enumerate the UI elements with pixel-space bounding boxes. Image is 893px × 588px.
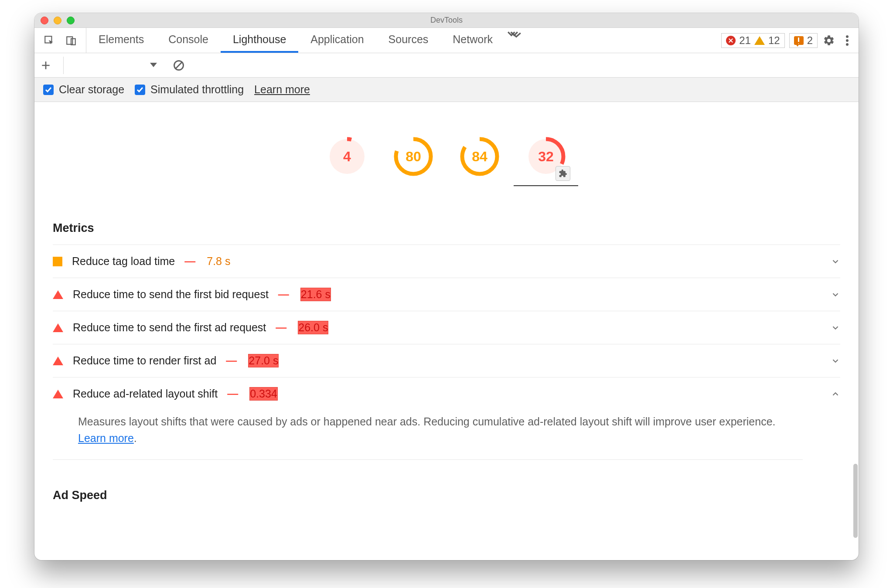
clear-storage-checkbox[interactable] (43, 85, 54, 95)
metrics-section: Metrics Reduce tag load time—7.8 sReduce… (34, 211, 859, 512)
active-gauge-underline (514, 185, 578, 186)
titlebar: DevTools (34, 13, 859, 28)
metric-name: Reduce tag load time (72, 255, 175, 268)
inspector-tools (34, 28, 86, 53)
window-minimize-button[interactable] (54, 17, 61, 24)
metric-value: 26.0 s (298, 321, 328, 334)
metric-dash: — (227, 387, 238, 400)
tabs-overflow-icon[interactable] (508, 28, 521, 42)
triangle-marker-icon (53, 290, 63, 299)
svg-line-9 (175, 61, 182, 68)
chevron-down-icon (831, 323, 840, 333)
inspect-element-icon[interactable] (42, 34, 56, 48)
metric-value: 21.6 s (300, 288, 331, 301)
throttling-learn-more-link[interactable]: Learn more (254, 83, 310, 96)
issues-badge[interactable]: 2 (789, 33, 818, 48)
metric-row[interactable]: Reduce time to render first ad—27.0 s (53, 344, 840, 377)
devtools-window: DevTools ElementsConsoleLighthouseApplic… (34, 13, 859, 560)
square-marker-icon (53, 257, 62, 266)
svg-point-4 (846, 39, 849, 42)
lighthouse-options-bar: Clear storage Simulated throttling Learn… (34, 78, 859, 102)
metric-row[interactable]: Reduce tag load time—7.8 s (53, 245, 840, 278)
score-gauge-2[interactable]: 84 (460, 136, 500, 177)
metric-name: Reduce time to send the first bid reques… (73, 288, 269, 301)
chevron-down-icon (831, 257, 840, 266)
score-gauge-1[interactable]: 80 (393, 136, 433, 177)
triangle-marker-icon (53, 323, 63, 332)
error-count: 21 (739, 34, 751, 47)
metric-name: Reduce ad-related layout shift (73, 387, 218, 400)
metric-detail: Measures layout shifts that were caused … (53, 410, 803, 460)
status-area: 21 12 2 (721, 28, 859, 53)
metric-name: Reduce time to send the first ad request (73, 321, 266, 334)
error-icon (726, 36, 736, 45)
window-close-button[interactable] (41, 17, 48, 24)
metric-dash: — (226, 354, 237, 367)
clear-storage-label: Clear storage (59, 83, 124, 96)
simulated-throttling-option[interactable]: Simulated throttling (135, 83, 244, 96)
tab-elements[interactable]: Elements (86, 28, 156, 53)
metric-dash: — (278, 288, 289, 301)
metric-row[interactable]: Reduce time to send the first ad request… (53, 311, 840, 344)
console-status-badge[interactable]: 21 12 (721, 33, 784, 48)
device-toggle-icon[interactable] (64, 34, 78, 48)
metric-detail-text: Measures layout shifts that were caused … (78, 415, 775, 428)
tab-application[interactable]: Application (298, 28, 376, 53)
score-gauge-3[interactable]: 32 (526, 136, 566, 177)
score-gauge-0[interactable]: 4 (327, 136, 367, 177)
svg-rect-1 (67, 37, 72, 44)
window-zoom-button[interactable] (67, 17, 75, 24)
settings-icon[interactable] (822, 34, 836, 48)
clear-storage-option[interactable]: Clear storage (43, 83, 124, 96)
tab-console[interactable]: Console (156, 28, 221, 53)
issues-icon (794, 36, 804, 45)
issues-count: 2 (807, 34, 813, 47)
metric-value: 7.8 s (207, 255, 230, 268)
metric-value: 0.334 (249, 387, 278, 401)
metrics-heading: Metrics (53, 211, 840, 245)
tab-sources[interactable]: Sources (376, 28, 441, 53)
triangle-marker-icon (53, 390, 63, 398)
simulated-throttling-checkbox[interactable] (135, 85, 145, 95)
divider (63, 57, 64, 74)
metric-value: 27.0 s (248, 354, 279, 367)
simulated-throttling-label: Simulated throttling (150, 83, 244, 96)
metric-dash: — (276, 321, 286, 334)
warning-icon (754, 36, 765, 45)
devtools-tabs: ElementsConsoleLighthouseApplicationSour… (86, 28, 505, 53)
tab-network[interactable]: Network (440, 28, 505, 53)
chevron-down-icon (831, 356, 840, 366)
traffic-lights (41, 13, 75, 27)
metric-row[interactable]: Reduce time to send the first bid reques… (53, 278, 840, 311)
ad-speed-heading: Ad Speed (53, 478, 840, 512)
window-title: DevTools (430, 16, 463, 25)
score-gauges: 4 80 84 32 (34, 102, 859, 211)
report-content: 4 80 84 32 Metrics Reduce tag load time—… (34, 102, 859, 560)
svg-point-3 (846, 35, 849, 38)
svg-point-5 (846, 43, 849, 46)
chevron-down-icon (831, 290, 840, 299)
triangle-marker-icon (53, 357, 63, 365)
tab-lighthouse[interactable]: Lighthouse (221, 28, 298, 53)
plugin-icon (556, 166, 570, 181)
clear-icon[interactable] (172, 58, 186, 72)
warning-count: 12 (768, 34, 780, 47)
new-report-button[interactable] (39, 58, 53, 72)
more-icon[interactable] (840, 34, 854, 48)
metric-dash: — (184, 255, 195, 268)
dropdown-icon[interactable] (147, 58, 160, 72)
lighthouse-toolbar (34, 53, 859, 78)
scrollbar-thumb[interactable] (853, 464, 858, 538)
metric-row[interactable]: Reduce ad-related layout shift—0.334 (53, 377, 840, 410)
metric-name: Reduce time to render first ad (73, 354, 216, 367)
metric-detail-learn-more-link[interactable]: Learn more (78, 432, 134, 444)
devtools-tabs-bar: ElementsConsoleLighthouseApplicationSour… (34, 28, 859, 53)
chevron-up-icon (831, 389, 840, 399)
